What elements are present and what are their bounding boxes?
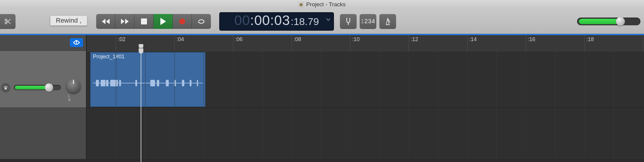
- ruler-tick: :06: [233, 35, 243, 51]
- track-header[interactable]: L R: [0, 51, 87, 108]
- lcd-time-main: 00:03: [254, 12, 290, 28]
- waveform-segment: [157, 80, 159, 86]
- track-pan-knob[interactable]: [66, 79, 81, 93]
- region-name: Project_1#01: [91, 52, 205, 61]
- stop-button[interactable]: [134, 14, 154, 29]
- rewind-button[interactable]: [96, 14, 115, 29]
- ruler-tick: :04: [174, 35, 184, 51]
- ruler-tick: :14: [467, 35, 477, 51]
- master-volume-meter: [579, 19, 618, 24]
- cycle-button[interactable]: [192, 14, 211, 29]
- stop-icon: [141, 18, 147, 25]
- audio-region[interactable]: Project_1#01: [90, 52, 206, 107]
- lcd-hours-dim: 00: [234, 12, 250, 28]
- transport-toolbar: Rewind , 00 : 00:03 :18.79: [0, 9, 644, 34]
- svg-point-4: [76, 40, 77, 42]
- scissors-icon: [4, 18, 11, 25]
- count-in-button[interactable]: 1234: [360, 14, 376, 29]
- metronome-button[interactable]: [379, 14, 396, 29]
- tuner-button[interactable]: [340, 14, 357, 29]
- tuning-fork-icon: [344, 18, 352, 25]
- ruler-tick: :02: [116, 35, 125, 51]
- play-button[interactable]: [154, 14, 173, 29]
- waveform-segment: [150, 80, 155, 86]
- waveform-segment: [182, 80, 184, 86]
- timeline-empty: [87, 108, 644, 159]
- cycle-icon: [197, 18, 206, 25]
- waveform-segment: [96, 80, 99, 86]
- track-meter: [15, 86, 48, 89]
- chevron-down-icon[interactable]: [326, 17, 330, 22]
- record-button[interactable]: [173, 14, 192, 29]
- scissors-button[interactable]: [0, 14, 16, 29]
- tracks-area: L R Project_1#01: [0, 51, 644, 159]
- waveform-segment: [106, 80, 108, 86]
- track-volume-thumb[interactable]: [45, 83, 53, 92]
- fast-forward-icon: [120, 18, 129, 25]
- waveform-segment: [135, 80, 137, 86]
- waveform-segment: [190, 80, 191, 86]
- time-display[interactable]: 00 : 00:03 :18.79: [219, 12, 334, 31]
- track-input-monitor-button[interactable]: [1, 83, 10, 93]
- waveform-segment: [115, 80, 118, 86]
- svg-point-3: [179, 18, 185, 24]
- ruler-tick: :10: [350, 35, 360, 51]
- catch-playhead-icon: [72, 40, 81, 45]
- playhead[interactable]: [141, 51, 141, 162]
- input-icon: [3, 85, 9, 91]
- rewind-icon: [101, 18, 110, 25]
- lcd-time-sub: :18.79: [291, 16, 319, 27]
- mode-buttons: 1234: [340, 14, 396, 29]
- waveform-segment: [101, 80, 105, 86]
- track-lane[interactable]: Project_1#01: [87, 51, 644, 108]
- master-volume-thumb[interactable]: [616, 17, 625, 26]
- lcd-main: :: [250, 12, 254, 28]
- waveform-baseline: [93, 83, 203, 83]
- master-volume-slider[interactable]: [577, 18, 640, 25]
- play-icon: [160, 18, 166, 25]
- catch-playhead-button[interactable]: [70, 38, 83, 47]
- pan-label: L R: [68, 94, 86, 102]
- ruler-tick: :18: [584, 35, 594, 51]
- fast-forward-button[interactable]: [115, 14, 134, 29]
- metronome-icon: [384, 18, 391, 25]
- svg-rect-2: [141, 18, 147, 24]
- waveform-segment: [197, 80, 198, 86]
- waveform-segment: [166, 80, 169, 86]
- ruler-tick: :08: [292, 35, 301, 51]
- ruler-tick: :12: [409, 35, 418, 51]
- window-titlebar: Project - Tracks: [0, 0, 644, 9]
- time-ruler-area: :02:04:06:08:10:12:14:16:18:20:22:24: [0, 35, 644, 51]
- track-volume-slider[interactable]: [14, 85, 61, 90]
- tooltip-rewind: Rewind ,: [50, 15, 87, 26]
- record-icon: [179, 18, 186, 25]
- ruler-tick: :20: [643, 35, 644, 51]
- window-title: Project - Tracks: [306, 1, 346, 8]
- time-ruler[interactable]: :02:04:06:08:10:12:14:16:18:20:22:24: [87, 35, 644, 51]
- transport-controls: [96, 14, 211, 29]
- document-icon: [298, 2, 304, 7]
- count-in-label: 1234: [361, 18, 375, 25]
- svg-point-5: [4, 87, 7, 90]
- ruler-tick: :16: [526, 35, 535, 51]
- waveform-segment: [119, 80, 121, 86]
- track-header-empty: [0, 108, 87, 159]
